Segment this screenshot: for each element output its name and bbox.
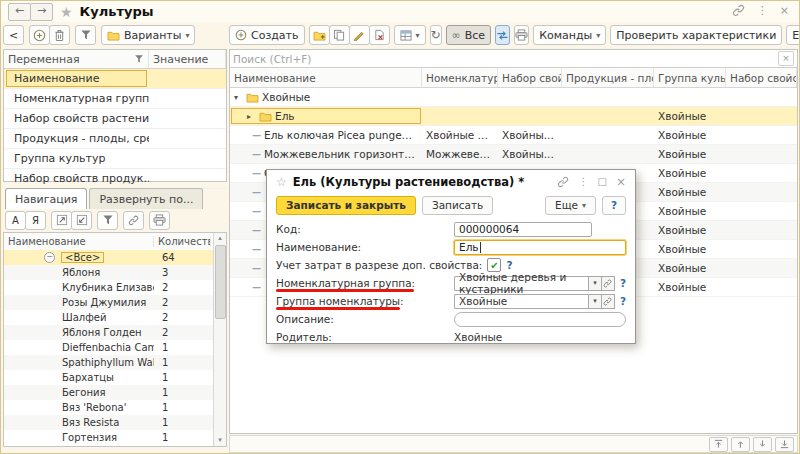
more-button[interactable]: Еще▾ [786, 25, 800, 45]
open-link-button[interactable] [601, 276, 615, 291]
nav-filter-button[interactable] [97, 211, 118, 230]
list-item[interactable]: Dieffenbachia Camilla 1 [4, 340, 213, 355]
expand-all-button[interactable] [51, 211, 72, 230]
copy-button[interactable] [329, 25, 350, 45]
table-row[interactable]: ▾ Хвойные [230, 88, 797, 107]
print-button[interactable] [514, 25, 529, 45]
list-item[interactable]: Spathiphyllum Wallisii 1 [4, 355, 213, 370]
close-icon[interactable]: × [616, 175, 626, 189]
show-all-button[interactable]: ∞Все [446, 25, 492, 45]
expander-icon[interactable]: ▾ [234, 93, 243, 102]
add-parameter-button[interactable] [29, 25, 50, 45]
list-item[interactable]: Бархатцы 1 [4, 370, 213, 385]
list-item[interactable]: Вяз 'Rebona' 1 [4, 400, 213, 415]
list-item[interactable]: Вяз Resista 1 [4, 415, 213, 430]
help-icon[interactable]: ? [506, 259, 512, 271]
table-row[interactable]: ▸ Ель Хвойные [230, 107, 797, 126]
list-item[interactable]: Бегония 1 [4, 385, 213, 400]
save-close-button[interactable]: Записать и закрыть [276, 196, 416, 215]
column-header-variable[interactable]: Переменная [4, 50, 149, 68]
create-button[interactable]: Создать [229, 25, 305, 45]
cost-accounting-checkbox[interactable]: ✔ [487, 258, 501, 272]
dropdown-button[interactable]: ▾ [588, 294, 602, 309]
nomenclature-group-combo[interactable]: Хвойные ▾ [454, 294, 615, 309]
maximize-icon[interactable]: □ [597, 176, 606, 187]
list-item[interactable]: Яблоня 3 [4, 265, 213, 280]
column-header-count[interactable]: Количество [154, 236, 211, 247]
name-input[interactable]: Ель [454, 240, 626, 255]
parameter-row[interactable]: Набор свойств продук... [4, 169, 226, 189]
back-button[interactable]: ← [8, 3, 31, 21]
list-item[interactable]: Гортензия 1 [4, 430, 213, 445]
scroll-down-icon[interactable]: ▾ [214, 435, 226, 446]
list-item[interactable]: Яблоня Голден 2 [4, 325, 213, 340]
scroll-up-button[interactable] [731, 437, 750, 452]
collapse-panel-button[interactable]: < [3, 25, 24, 45]
close-icon[interactable]: × [780, 4, 789, 17]
create-group-button[interactable] [309, 25, 330, 45]
expander-icon[interactable]: − [44, 252, 55, 263]
scroll-up-icon[interactable]: ▴ [214, 233, 226, 244]
list-item[interactable]: Шалфей 2 [4, 310, 213, 325]
code-input[interactable]: 000000064 [454, 222, 592, 237]
table-row[interactable]: — Можжевельник горизонтальный Juniperus … [230, 145, 797, 164]
dialog-more-button[interactable]: Еще▾ [545, 196, 596, 215]
save-button[interactable]: Записать [422, 196, 493, 215]
dropdown-button[interactable]: ▾ [588, 276, 602, 291]
column-header-name[interactable]: Наименование [4, 236, 154, 247]
check-characteristics-button[interactable]: Проверить характеристики [610, 25, 782, 45]
list-item[interactable]: −<Все> 64 [4, 250, 213, 265]
dialog-help-button[interactable]: ? [602, 196, 626, 215]
hierarchy-toggle-button[interactable] [495, 25, 510, 45]
tab-navigation[interactable]: Навигация [5, 188, 87, 209]
column-header[interactable]: Группа культур [654, 68, 726, 87]
open-link-button[interactable] [601, 294, 615, 309]
mark-deletion-button[interactable] [369, 25, 390, 45]
column-header[interactable]: Наименование [230, 68, 422, 87]
column-header[interactable]: Набор свойств ... [498, 68, 562, 87]
more-icon[interactable]: ⋮ [578, 176, 588, 187]
sort-asc-button[interactable]: А [5, 211, 26, 230]
collapse-all-button[interactable] [71, 211, 92, 230]
filter-button[interactable] [75, 25, 96, 45]
commands-button[interactable]: Команды▾ [533, 25, 606, 45]
description-input[interactable] [454, 312, 626, 327]
scroll-top-button[interactable] [709, 437, 728, 452]
nav-link-button[interactable] [123, 211, 144, 230]
nav-print-button[interactable] [149, 211, 170, 230]
edit-button[interactable] [349, 25, 370, 45]
sort-desc-button[interactable]: Я [25, 211, 46, 230]
scrollbar[interactable]: ▴ ▾ [213, 233, 226, 446]
list-item[interactable]: Розы Джумилия 2 [4, 295, 213, 310]
scroll-down-button[interactable] [753, 437, 772, 452]
table-row[interactable]: — Ель колючая Picea pungens Hoopsii Хвой… [230, 126, 797, 145]
star-outline-icon[interactable]: ☆ [276, 175, 287, 189]
tab-expand-by[interactable]: Развернуть по... [89, 188, 203, 209]
search-clear-button[interactable]: × [778, 51, 794, 66]
nom-group-value[interactable]: Хвойные деревья и кустарники [454, 276, 588, 291]
link-icon[interactable] [732, 4, 745, 17]
expander-icon[interactable]: ▸ [247, 112, 256, 121]
link-icon[interactable] [557, 176, 569, 188]
column-header-value[interactable]: Значение [149, 50, 226, 68]
more-icon[interactable]: ⋮ [757, 4, 768, 17]
parameter-row[interactable]: Наименование [4, 69, 226, 89]
refresh-button[interactable]: ↻ [430, 25, 442, 45]
list-item[interactable]: Клубника Елизавета II 2 [4, 280, 213, 295]
parameter-row[interactable]: Группа культур [4, 149, 226, 169]
view-mode-button[interactable]: ▾ [394, 25, 426, 45]
nom-group-combo[interactable]: Хвойные деревья и кустарники ▾ [454, 276, 615, 291]
parameter-row[interactable]: Номенклатурная группа [4, 89, 226, 109]
scroll-bottom-button[interactable] [775, 437, 794, 452]
help-icon[interactable]: ? [620, 295, 626, 307]
nomenclature-group-value[interactable]: Хвойные [454, 294, 588, 309]
help-icon[interactable]: ? [620, 277, 626, 289]
parameter-row[interactable]: Набор свойств растения [4, 109, 226, 129]
column-header[interactable]: Набор свойств п... [726, 68, 797, 87]
parameter-row[interactable]: Продукция - плоды, срез [4, 129, 226, 149]
variants-button[interactable]: Варианты ▾ [101, 25, 195, 45]
delete-parameter-button[interactable] [49, 25, 70, 45]
column-header[interactable]: Продукция - плоды, срез [562, 68, 654, 87]
column-header[interactable]: Номенклатурна... [422, 68, 498, 87]
search-input[interactable]: Поиск (Ctrl+F) [233, 53, 311, 65]
